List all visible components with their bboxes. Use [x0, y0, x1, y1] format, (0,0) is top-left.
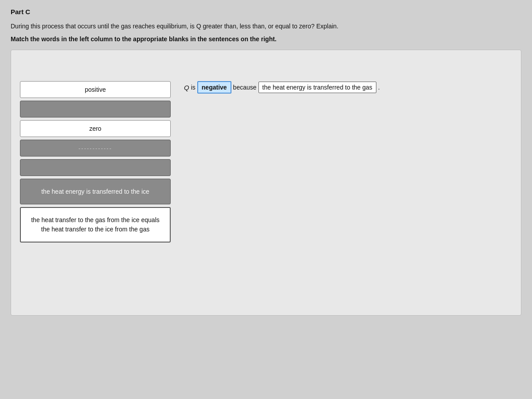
page-container: Part C During this process that occurs u… — [0, 0, 532, 399]
word-item-heat-to-ice[interactable]: the heat energy is transferred to the ic… — [20, 179, 171, 204]
because-text: because — [233, 84, 257, 91]
q-symbol: Q — [184, 84, 189, 91]
is-text: is — [191, 84, 196, 91]
word-item-zero[interactable]: zero — [20, 120, 171, 137]
question-text: During this process that occurs until th… — [11, 22, 521, 31]
word-item-dashed[interactable]: ------------ — [20, 140, 171, 156]
part-label: Part C — [11, 8, 521, 16]
word-item-heat-transfer-equal[interactable]: the heat transfer to the gas from the ic… — [20, 207, 171, 243]
period: . — [378, 84, 380, 91]
word-item-positive[interactable]: positive — [20, 81, 171, 98]
blank1-negative[interactable]: negative — [197, 81, 231, 94]
word-item-empty2[interactable] — [20, 159, 171, 176]
instruction-text: Match the words in the left column to th… — [11, 35, 521, 43]
right-column: Q is negative because the heat energy is… — [184, 81, 512, 94]
word-item-empty1[interactable] — [20, 101, 171, 117]
sentence-row: Q is negative because the heat energy is… — [184, 81, 512, 94]
blank2-heat-to-gas[interactable]: the heat energy is transferred to the ga… — [258, 82, 376, 93]
main-content-box: positive zero ------------ the heat ener… — [11, 50, 521, 316]
left-column: positive zero ------------ the heat ener… — [20, 81, 171, 243]
